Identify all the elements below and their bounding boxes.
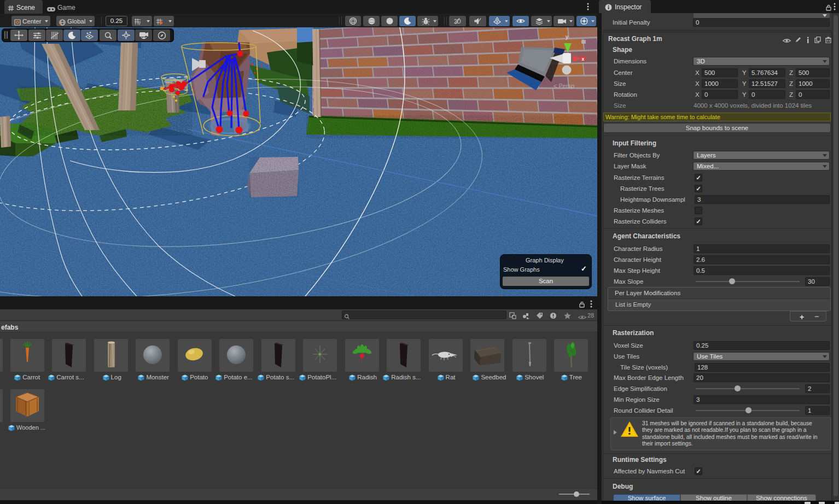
- svg-text:x: x: [582, 56, 585, 62]
- svg-text:y: y: [566, 34, 568, 40]
- svg-text:< Persp: < Persp: [553, 83, 574, 89]
